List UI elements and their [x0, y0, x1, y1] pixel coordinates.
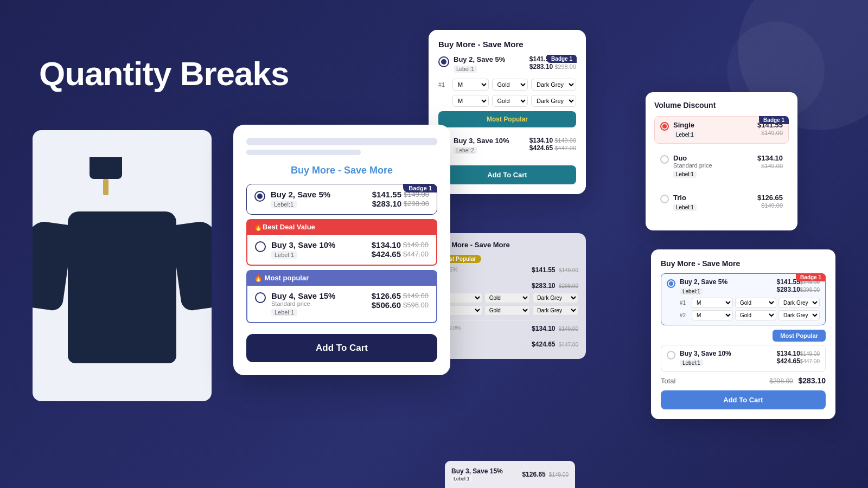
bw-selects-1: #1 M Gold Dark Grey [438, 79, 576, 91]
bw-sel-color1-2[interactable]: Gold [492, 95, 528, 107]
bmc-opt2-title: Buy 3, Save 10% [680, 350, 772, 357]
bmc-total-label: Total [661, 377, 675, 385]
bw-opt1-price2-old: $298.00 [554, 63, 576, 70]
most-popular-banner: 🔥 Most popular [246, 270, 437, 286]
volume-card: Volume Discount Badge 1 Single Lebel:1 $… [646, 92, 797, 230]
mb-row-1b: $283.10 $298.00 [436, 282, 578, 290]
opt2-price1-old: $149.00 [403, 241, 429, 249]
vc-duo-label: Lebel:1 [673, 171, 697, 178]
mb-price2-cur: $134.10 [532, 325, 555, 332]
mb-price2b-old: $447.00 [559, 342, 578, 348]
bmc-sel2-label: #2 [680, 312, 690, 318]
bmc-badge: Badge 1 [796, 273, 826, 281]
bw-sel-color1-1[interactable]: Gold [492, 79, 528, 91]
bw-sel-color2-1[interactable]: Dark Grey [531, 79, 576, 91]
main-widget: Buy More - Save More Badge 1 Buy 2, Save… [233, 125, 450, 375]
bmc-opt2-p1-old: $149.00 [800, 351, 820, 357]
widget-title: Buy More - Save More [246, 165, 437, 176]
bmc-sel2-size[interactable]: M [692, 310, 733, 320]
bmc-sel1-color1[interactable]: Gold [735, 298, 776, 308]
option-3-radio[interactable] [255, 292, 266, 303]
mb-sel-2[interactable]: Gold [484, 293, 531, 303]
bw-divider [438, 132, 576, 132]
opt1-price1-cur: $141.55 [372, 190, 401, 199]
bw-add-to-cart[interactable]: Add To Cart [438, 165, 576, 184]
option-3-inner: Buy 4, Save 15% Standard price Lebel:1 $… [255, 291, 429, 317]
bmc-opt2-label: Lebel:1 [680, 359, 703, 367]
option-1-inner: Buy 2, Save 5% Lebel:1 $141.55 $149.00 $… [254, 190, 429, 209]
sweater-image [52, 157, 193, 374]
bw-opt2-prices: $134.10 $149.00 $424.65 $447.00 [529, 137, 576, 152]
option-1-badge: Badge 1 [403, 184, 437, 192]
vc-option-trio[interactable]: Trio Lebel:1 $126.65 $149.00 [654, 189, 789, 216]
vc-duo-info: Duo Standard price Lebel:1 [673, 154, 753, 178]
bw-option-2-info: Buy 3, Save 10% Lebel:2 [454, 137, 525, 155]
mb-sel-5[interactable]: Gold [484, 305, 531, 316]
bmc-sel2-color1[interactable]: Gold [735, 310, 776, 320]
bw-opt1-title: Buy 2, Save 5% [454, 55, 525, 63]
bmc-option-2[interactable]: Buy 3, Save 10% Lebel:1 $134.10 $149.00 … [661, 345, 826, 372]
bmc-opt2-p2-cur: $424.65 [776, 357, 800, 365]
widget-header-bars [246, 138, 437, 155]
option-3-sub: Standard price [271, 300, 366, 307]
opt1-price2-old: $298.00 [404, 200, 429, 208]
vc-trio-info: Trio Lebel:1 [673, 194, 753, 211]
opt2-price2-cur: $424.65 [372, 249, 401, 259]
vc-radio-trio[interactable] [660, 195, 669, 203]
vc-single-price-old: $149.00 [761, 130, 783, 136]
most-popular-inner[interactable]: Buy 4, Save 15% Standard price Lebel:1 $… [246, 286, 437, 323]
header-bar-1 [246, 138, 437, 145]
bmc-title: Buy More - Save More [661, 259, 826, 268]
vc-radio-single[interactable] [660, 122, 669, 131]
mb-prices-2: $134.10 $149.00 [532, 325, 578, 337]
sweater-right-arm [170, 220, 212, 312]
vc-option-duo[interactable]: Duo Standard price Lebel:1 $134.10 $149.… [654, 149, 789, 183]
option-row-1[interactable]: Badge 1 Buy 2, Save 5% Lebel:1 $141.55 $… [246, 184, 437, 215]
best-deal-wrapper: 🔥Best Deal Value Buy 3, Save 10% Lebel:1… [246, 219, 437, 266]
bmc-option-1[interactable]: Badge 1 Buy 2, Save 5% Lebel:1 $141.55 $… [661, 273, 826, 325]
mb-row-2: ...ve 10% ...rice $134.10 $149.00 [436, 325, 578, 337]
bmc-sel1-color2[interactable]: Dark Grey [778, 298, 820, 308]
bw-option-1[interactable]: Badge 1 Buy 2, Save 5% Lebel:1 $141.55 $… [438, 55, 576, 73]
bmc-opt1-title: Buy 2, Save 5% [680, 278, 772, 286]
bmc-add-to-cart[interactable]: Add To Cart [661, 390, 826, 409]
bw-sel-color2-2[interactable]: Dark Grey [531, 95, 576, 107]
opt3-price1-cur: $126.65 [372, 291, 401, 300]
best-deal-banner: 🔥Best Deal Value [246, 219, 437, 235]
bw-sel-size-2[interactable]: M [452, 95, 489, 107]
bw-radio-1[interactable] [438, 56, 449, 67]
vc-option-single[interactable]: Badge 1 Single Lebel:1 $141.55 $149.00 [654, 116, 789, 144]
bp-price-cur: $126.65 [522, 471, 545, 478]
option-2-prices: $134.10 $149.00 $424.65 $447.00 [372, 240, 429, 259]
widget-title-p2: Save More [344, 165, 393, 176]
main-add-to-cart[interactable]: Add To Cart [246, 334, 437, 362]
bmc-selects-1: #1 M Gold Dark Grey [680, 298, 820, 308]
vc-single-name: Single [673, 121, 753, 129]
middle-back-widget: Buy More - Save More Most Popular ...ve … [429, 233, 586, 359]
bmc-sel2-color2[interactable]: Dark Grey [778, 310, 820, 320]
bw-option-2[interactable]: Buy 3, Save 10% Lebel:2 $134.10 $149.00 … [438, 137, 576, 155]
header-bar-2 [246, 150, 361, 155]
page-title: Quantity Breaks [39, 55, 289, 92]
opt3-price1-old: $149.00 [403, 292, 429, 300]
best-deal-inner[interactable]: Buy 3, Save 10% Lebel:1 $134.10 $149.00 … [246, 235, 437, 266]
option-3-title: Buy 4, Save 15% [271, 291, 366, 300]
bmc-radio-1[interactable] [667, 279, 675, 288]
mb-price1-old: $149.00 [559, 267, 578, 273]
bw-badge: Badge 1 [547, 55, 577, 63]
vc-trio-prices: $126.65 $149.00 [757, 194, 783, 209]
vc-radio-duo[interactable] [660, 155, 669, 164]
option-2-radio[interactable] [255, 241, 266, 252]
option-2-title: Buy 3, Save 10% [271, 240, 366, 249]
vc-duo-name: Duo [673, 154, 753, 162]
best-deal-text: 🔥Best Deal Value [254, 223, 315, 231]
bmc-popular-btn[interactable]: Most Popular [773, 330, 826, 342]
bmc-radio-2[interactable] [667, 351, 675, 359]
bmc-selects-2: #2 M Gold Dark Grey [680, 310, 820, 320]
bmc-opt2-prices: $134.10 $149.00 $424.65 $447.00 [776, 350, 820, 365]
option-1-radio[interactable] [254, 191, 265, 202]
bmc-sel1-size[interactable]: M [692, 298, 733, 308]
mb-sel-6[interactable]: Dark Grey [532, 305, 578, 316]
bw-sel-size-1[interactable]: M [452, 79, 489, 91]
mb-sel-3[interactable]: Dark Grey [532, 293, 578, 303]
